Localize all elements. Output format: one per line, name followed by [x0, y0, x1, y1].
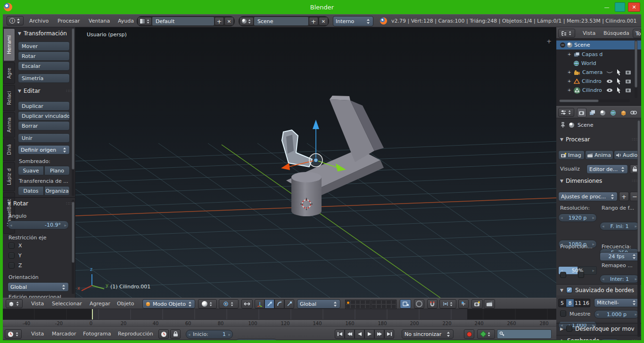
tab-scene[interactable] — [598, 108, 607, 117]
tab-constraints[interactable] — [629, 108, 638, 117]
aa-sample-5[interactable]: 5 — [558, 299, 566, 307]
tl-menu-vista[interactable]: Vista — [29, 331, 46, 337]
axis-z-checkbox[interactable] — [8, 262, 15, 269]
render-engine-dropdown[interactable]: Interno — [333, 16, 373, 26]
manip-rotate-button[interactable] — [264, 299, 274, 309]
keying-set-dropdown[interactable] — [477, 329, 495, 339]
ol-menu-busqueda[interactable]: Búsqueda — [602, 30, 631, 36]
scene-add-button[interactable]: + — [309, 17, 318, 25]
outliner-row-cilindro[interactable]: + Cilindro — [556, 77, 641, 86]
proportional-edit-button[interactable] — [414, 299, 424, 309]
pivot-dropdown[interactable] — [219, 299, 239, 309]
render-preset-dropdown[interactable]: Ajustes de proc... — [558, 192, 618, 201]
outliner-vscrollbar[interactable] — [635, 41, 637, 98]
mesh-cilindro001-selected-object[interactable] — [282, 130, 312, 167]
operator-panel-header[interactable]: ▼ Rotar ∷∷ — [8, 200, 72, 207]
manip-arc-button[interactable] — [274, 299, 284, 309]
panel-grip[interactable]: ∷∷ — [66, 201, 72, 206]
panel-motion-blur-header[interactable]: ▶ Desenfoque por mov — [556, 323, 641, 334]
jump-end-button[interactable] — [384, 329, 394, 339]
pin-icon[interactable] — [560, 122, 566, 128]
duplicate-linked-button[interactable]: Duplicar vinculado — [18, 111, 70, 121]
layers-widget[interactable] — [345, 300, 371, 309]
resolution-x-field[interactable]: 1920 p — [558, 213, 597, 222]
timeline-track[interactable] — [3, 309, 556, 319]
layout-browse-button[interactable] — [138, 17, 152, 25]
layout-add-button[interactable]: + — [215, 17, 224, 25]
editor-type-properties-button[interactable] — [558, 108, 574, 117]
menu-ventana[interactable]: Ventana — [87, 18, 112, 24]
manip-scale-button[interactable] — [284, 299, 294, 309]
duplicate-button[interactable]: Duplicar — [18, 101, 70, 111]
aa-samples-segment[interactable]: 5 8 11 16 — [558, 299, 590, 307]
opengl-render-button[interactable] — [471, 299, 483, 309]
expand-plus-icon[interactable]: + — [567, 70, 572, 75]
scene-name-field[interactable]: Scene — [254, 17, 308, 25]
tab-render[interactable] — [577, 108, 586, 117]
full-sample-checkbox[interactable] — [560, 310, 566, 317]
outliner-row-cilindro001-active[interactable]: + Cilindro — [556, 86, 641, 95]
ol-menu-vista[interactable]: Vista — [581, 30, 597, 36]
tab-lapiz[interactable]: Lápiz d — [3, 162, 15, 191]
keying-set-field[interactable] — [497, 329, 552, 339]
display-dropdown[interactable]: Editor de... — [586, 164, 628, 174]
expand-plus-icon[interactable]: + — [567, 88, 572, 93]
menu-archivo[interactable]: Archivo — [27, 18, 50, 24]
outliner-row-scene[interactable]: − Scene — [556, 41, 641, 49]
mirror-button[interactable]: Simetría — [18, 74, 70, 83]
lock-time-button[interactable] — [170, 329, 181, 339]
preset-add-button[interactable]: + — [619, 192, 629, 201]
aa-sample-11[interactable]: 11 — [574, 299, 582, 307]
layout-delete-button[interactable]: ✕ — [224, 17, 234, 25]
panel-shading-header[interactable]: ▶ Sombreado ∷∷ — [556, 335, 641, 340]
tab-dinamica[interactable]: Diná — [3, 139, 15, 161]
menu-ayuda[interactable]: Ayuda — [116, 18, 136, 24]
render-toggle-camera-icon[interactable] — [625, 88, 632, 93]
scale-button[interactable]: Escalar — [18, 61, 70, 71]
current-frame-line[interactable] — [92, 309, 93, 319]
vp-menu-vista[interactable]: Vista — [29, 301, 46, 307]
timeline-ruler[interactable]: -40 -20 0 20 40 60 80 100 120 140 160 18… — [3, 319, 556, 327]
axis-y-checkbox[interactable] — [8, 253, 15, 259]
cursor-arrow-icon[interactable] — [617, 69, 621, 75]
vp-menu-agregar[interactable]: Agregar — [88, 301, 112, 307]
eye-closed-icon[interactable] — [606, 71, 613, 74]
aa-filter-dropdown[interactable]: Mitchell- — [594, 298, 639, 307]
crop-checkbox[interactable] — [578, 272, 584, 278]
panel-render-header[interactable]: ▼ Procesar ∷∷ — [560, 136, 637, 143]
transform-orientation-dropdown[interactable]: Global — [297, 299, 340, 309]
layout-name-field[interactable]: Default — [152, 17, 214, 25]
frame-step-field[interactable]: Inter: 1 — [600, 275, 639, 283]
shade-smooth-button[interactable]: Suave — [18, 166, 44, 175]
tl-menu-reproduccion[interactable]: Reproducción — [116, 331, 155, 337]
mode-dropdown[interactable]: Modo Objeto — [142, 299, 195, 309]
snap-target-button[interactable] — [458, 299, 469, 309]
expand-plus-icon[interactable]: + — [567, 52, 572, 57]
scene-browse-button[interactable] — [239, 17, 254, 25]
record-button[interactable] — [464, 329, 474, 339]
tab-relaciones[interactable]: Relaci — [3, 85, 15, 111]
axis-x-checkbox[interactable] — [8, 243, 15, 249]
rotate-button[interactable]: Rotar — [18, 51, 70, 61]
operator-scrollbar[interactable] — [72, 200, 74, 294]
set-origin-dropdown[interactable]: Definir origen — [18, 145, 70, 155]
fps-dropdown[interactable]: 24 fps — [600, 252, 639, 261]
editor-type-3dview-button[interactable] — [6, 299, 23, 308]
frame-start-field[interactable]: F. ini: 1 — [600, 222, 639, 230]
transfer-organize-button[interactable]: Organiza — [44, 186, 70, 196]
render-animation-button[interactable]: Anima — [585, 150, 613, 160]
manipulator-toggle-button[interactable] — [241, 299, 253, 309]
panel-transform-header[interactable]: ▼ Transformación — [18, 30, 72, 37]
sync-dropdown[interactable]: No sincronizar — [402, 329, 454, 339]
ol-filter-dropdown-cut[interactable]: To — [633, 29, 641, 38]
aa-enable-checkbox[interactable] — [566, 287, 572, 293]
expand-plus-icon[interactable]: + — [567, 79, 572, 84]
panel-dimensions-header[interactable]: ▼ Dimensiones ∷∷ — [560, 178, 637, 184]
cursor-arrow-icon[interactable] — [617, 78, 621, 84]
opengl-anim-button[interactable] — [484, 299, 495, 309]
tab-herramientas[interactable]: Herrami — [3, 28, 15, 61]
frame-start-field[interactable]: Inicio: 1 — [186, 330, 233, 339]
eye-open-icon[interactable] — [606, 79, 613, 83]
lock-to-scene-button[interactable] — [400, 299, 411, 309]
shade-flat-button[interactable]: Plano — [44, 166, 70, 175]
